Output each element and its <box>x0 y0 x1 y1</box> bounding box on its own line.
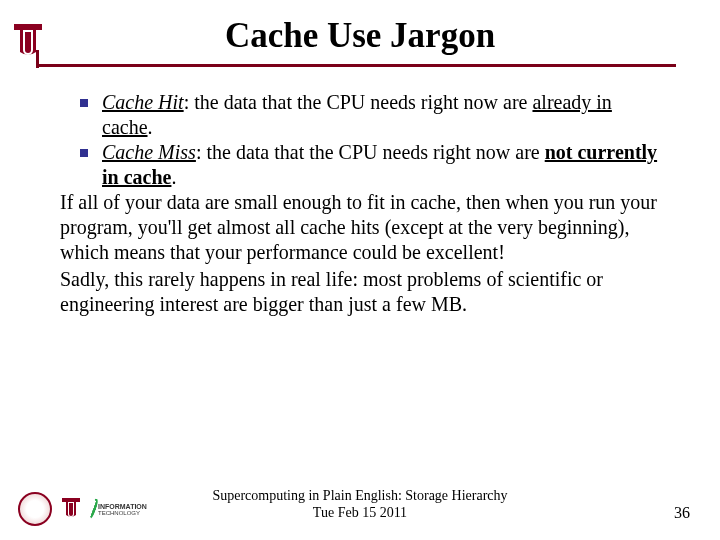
page-number: 36 <box>674 504 690 522</box>
term: Cache Hit <box>102 91 184 113</box>
bullet-item: Cache Hit: the data that the CPU needs r… <box>80 90 660 140</box>
paragraph: Sadly, this rarely happens in real life:… <box>60 267 660 317</box>
slide: Cache Use Jargon Cache Hit: the data tha… <box>0 0 720 540</box>
text-before: the data that the CPU needs right now ar… <box>194 91 532 113</box>
sep: : <box>196 141 207 163</box>
text-after: . <box>148 116 153 138</box>
footer-line2: Tue Feb 15 2011 <box>0 505 720 522</box>
bullet-text: Cache Miss: the data that the CPU needs … <box>102 140 660 190</box>
sep: : <box>184 91 195 113</box>
bullet-item: Cache Miss: the data that the CPU needs … <box>80 140 660 190</box>
paragraph: If all of your data are small enough to … <box>60 190 660 265</box>
footer-line1: Supercomputing in Plain English: Storage… <box>0 488 720 505</box>
rule-horizontal <box>36 64 676 67</box>
slide-body: Cache Hit: the data that the CPU needs r… <box>60 90 660 317</box>
slide-title: Cache Use Jargon <box>0 16 720 56</box>
bullet-icon <box>80 99 88 107</box>
term: Cache Miss <box>102 141 196 163</box>
text-after: . <box>171 166 176 188</box>
bullet-icon <box>80 149 88 157</box>
footer-text: Supercomputing in Plain English: Storage… <box>0 488 720 522</box>
bullet-text: Cache Hit: the data that the CPU needs r… <box>102 90 660 140</box>
text-before: the data that the CPU needs right now ar… <box>206 141 544 163</box>
